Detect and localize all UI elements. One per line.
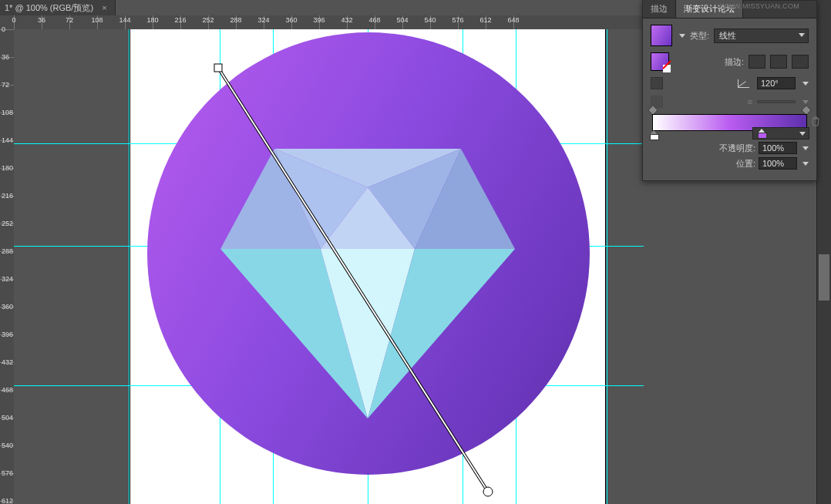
- ruler-tick-label: 0: [12, 16, 15, 24]
- ruler-tick-label: 360: [2, 303, 13, 311]
- aspect-field: [757, 100, 796, 103]
- ruler-tick-label: 468: [2, 386, 13, 394]
- ruler-tick-label: 432: [341, 16, 352, 24]
- ruler-tick-label: 252: [2, 220, 13, 227]
- guide-vertical[interactable]: [129, 29, 130, 504]
- ruler-tick-label: 216: [174, 16, 186, 24]
- stroke-align-1[interactable]: [749, 55, 765, 69]
- type-label: 类型:: [690, 30, 709, 42]
- opacity-field[interactable]: 100%: [759, 142, 797, 154]
- ruler-vertical[interactable]: 0367210814418021625228832436039643246850…: [0, 29, 15, 504]
- ruler-tick-label: 576: [2, 469, 13, 477]
- guide-vertical[interactable]: [607, 29, 607, 504]
- ruler-tick-label: 612: [479, 16, 491, 24]
- ruler-tick-label: 360: [285, 16, 297, 24]
- angle-icon: [738, 79, 749, 88]
- ruler-tick-label: 396: [313, 16, 325, 24]
- ruler-tick-label: 504: [2, 414, 13, 422]
- gradient-swatch[interactable]: [651, 25, 672, 46]
- type-select[interactable]: 线性: [714, 29, 809, 43]
- ruler-tick-label: 612: [2, 497, 13, 504]
- document-tab[interactable]: 1* @ 100% (RGB/预览) ×: [0, 0, 116, 16]
- ruler-tick-label: 576: [452, 16, 463, 24]
- position-stepper-icon[interactable]: [802, 162, 809, 166]
- dash-icon: ≡: [748, 97, 752, 106]
- color-stop[interactable]: [752, 127, 809, 139]
- ruler-tick-label: 540: [424, 16, 436, 24]
- ruler-tick-label: 324: [2, 275, 13, 283]
- ruler-tick-label: 216: [2, 192, 13, 200]
- ruler-tick-label: 252: [202, 16, 214, 24]
- ruler-tick-label: 324: [257, 16, 269, 24]
- ruler-tick-label: 288: [230, 16, 241, 24]
- aspect-stepper-icon: [802, 100, 809, 104]
- angle-field[interactable]: 120°: [757, 77, 796, 89]
- reverse-gradient-icon[interactable]: [651, 77, 663, 89]
- opacity-label: 不透明度:: [719, 143, 755, 154]
- right-dock-strip[interactable]: [816, 0, 831, 504]
- stroke-align-2[interactable]: [770, 55, 787, 69]
- ruler-tick-label: 288: [2, 247, 13, 255]
- ruler-tick-label: 36: [2, 53, 9, 61]
- ruler-tick-label: 468: [368, 16, 380, 24]
- ruler-tick-label: 0: [2, 25, 5, 33]
- ruler-horizontal[interactable]: 0367210814418021625228832436039643246850…: [0, 15, 644, 30]
- canvas-stage[interactable]: [14, 29, 644, 504]
- ruler-tick-label: 36: [38, 16, 45, 24]
- ruler-tick-label: 180: [2, 164, 13, 172]
- document-title: 1* @ 100% (RGB/预览): [5, 3, 93, 12]
- ruler-tick-label: 432: [2, 358, 13, 366]
- angle-stepper-icon[interactable]: [802, 82, 809, 86]
- gradient-panel: WWW.MISSYUAN.COM 描边 渐变设计论坛 类型: 线性 描边: 12…: [642, 0, 817, 181]
- ruler-tick-label: 540: [2, 442, 13, 449]
- stroke-label: 描边:: [725, 56, 744, 68]
- scroll-thumb[interactable]: [819, 254, 829, 301]
- ruler-tick-label: 396: [2, 331, 13, 338]
- opacity-stepper-icon[interactable]: [802, 146, 809, 150]
- trash-icon[interactable]: [810, 116, 821, 128]
- ruler-tick-label: 180: [146, 16, 158, 24]
- color-stop[interactable]: [650, 130, 658, 139]
- position-label: 位置:: [736, 158, 755, 170]
- ruler-tick-label: 72: [66, 16, 73, 24]
- stroke-align-3[interactable]: [792, 55, 809, 69]
- ruler-tick-label: 144: [2, 136, 13, 144]
- ruler-tick-label: 504: [396, 16, 408, 24]
- ruler-tick-label: 72: [2, 81, 9, 89]
- watermark: WWW.MISSYUAN.COM: [720, 2, 799, 10]
- ruler-tick-label: 108: [2, 109, 13, 116]
- position-field[interactable]: 100%: [759, 157, 797, 170]
- ruler-tick-label: 144: [119, 16, 130, 24]
- ruler-tick-label: 648: [507, 16, 519, 24]
- artwork-diamond: [220, 149, 515, 418]
- gradient-ramp[interactable]: [652, 114, 807, 131]
- tab-stroke[interactable]: 描边: [643, 0, 675, 18]
- fill-stroke-swatch[interactable]: [651, 52, 669, 71]
- close-icon[interactable]: ×: [102, 3, 106, 12]
- ruler-tick-label: 108: [91, 16, 103, 24]
- swatch-menu-icon[interactable]: [679, 34, 685, 38]
